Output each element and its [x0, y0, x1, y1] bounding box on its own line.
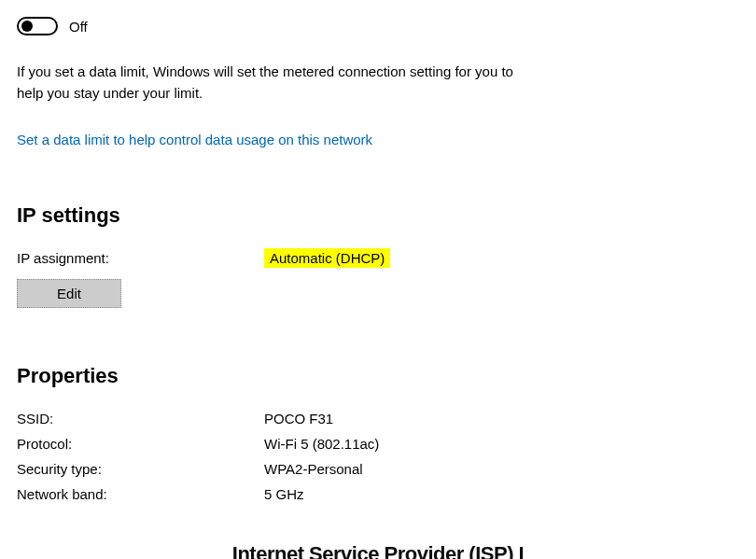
ip-assignment-label: IP assignment: — [17, 250, 264, 266]
ip-assignment-value: Automatic (DHCP) — [264, 250, 739, 266]
property-value: POCO F31 — [264, 411, 739, 426]
property-row: Protocol: Wi-Fi 5 (802.11ac) — [17, 436, 739, 452]
property-row: Network band: 5 GHz — [17, 486, 739, 502]
ip-settings-heading: IP settings — [17, 203, 739, 228]
properties-heading: Properties — [17, 364, 739, 388]
property-row: SSID: POCO F31 — [17, 411, 739, 426]
property-value: WPA2-Personal — [264, 461, 739, 477]
property-label: SSID: — [17, 411, 264, 426]
metered-toggle-label: Off — [69, 19, 88, 35]
property-label: Security type: — [17, 461, 264, 477]
ip-edit-button[interactable]: Edit — [17, 279, 121, 308]
metered-toggle[interactable] — [17, 17, 58, 35]
cutoff-heading: Internet Service Provider (ISP) I — [0, 542, 756, 559]
metered-description: If you set a data limit, Windows will se… — [17, 62, 539, 104]
property-row: Security type: WPA2-Personal — [17, 461, 739, 477]
property-label: Network band: — [17, 486, 264, 502]
property-value: Wi-Fi 5 (802.11ac) — [264, 436, 739, 452]
property-value: 5 GHz — [264, 486, 739, 502]
property-label: Protocol: — [17, 436, 264, 452]
set-data-limit-link[interactable]: Set a data limit to help control data us… — [17, 132, 372, 147]
toggle-knob — [21, 21, 33, 32]
